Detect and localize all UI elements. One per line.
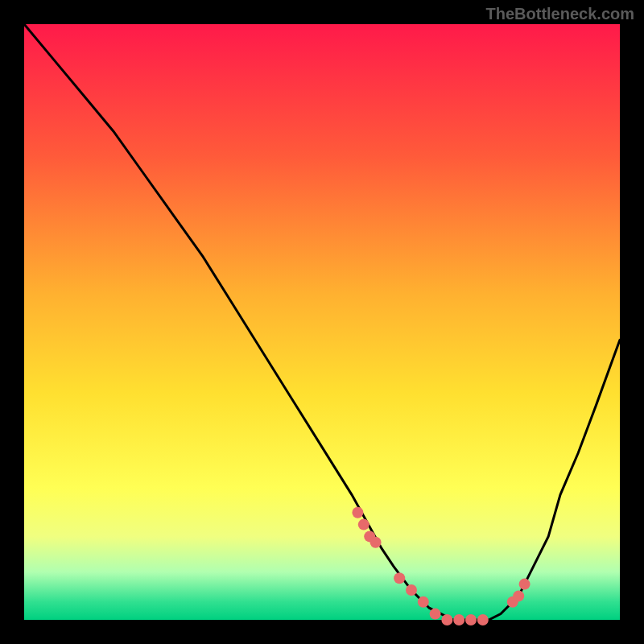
data-markers (352, 507, 530, 625)
data-marker (453, 614, 464, 625)
data-marker (394, 572, 405, 584)
watermark-text: TheBottleneck.com (486, 5, 634, 23)
data-marker (430, 609, 441, 620)
data-marker (418, 597, 429, 608)
chart-container: TheBottleneck.com (0, 0, 644, 644)
data-marker (358, 519, 369, 530)
data-marker (513, 590, 524, 601)
data-marker (519, 579, 530, 590)
data-marker (370, 537, 382, 548)
data-marker (406, 584, 417, 596)
data-marker (352, 507, 363, 518)
bottleneck-curve (24, 24, 620, 620)
plot-area (24, 24, 620, 620)
chart-svg (24, 24, 620, 620)
data-marker (465, 614, 477, 625)
data-marker (477, 614, 489, 625)
data-marker (441, 614, 452, 625)
